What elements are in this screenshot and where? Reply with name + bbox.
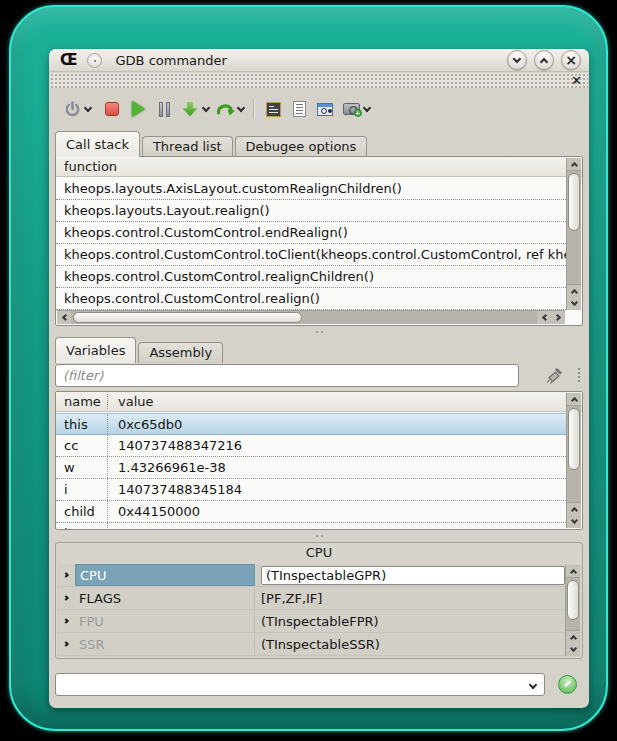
step-over-button[interactable] (215, 99, 235, 119)
command-bar (55, 672, 583, 697)
scroll-up-icon (570, 506, 577, 513)
variables-vscroll-thumb[interactable] (568, 408, 580, 470)
scroll-right-icon (553, 314, 560, 321)
variable-row[interactable]: b 1.43266961e-38 (56, 523, 566, 529)
expand-chevron-icon (63, 641, 69, 647)
scroll-down-icon (570, 517, 577, 524)
expand-chevron-icon (63, 595, 69, 601)
cpu-row[interactable]: FLAGS [PF,ZF,IF] (57, 587, 581, 610)
step-over-dropdown-icon[interactable] (237, 103, 245, 111)
close-icon: × (565, 53, 577, 67)
options-round-button[interactable] (87, 53, 102, 68)
variables-table: name value this 0xc65db0 cc 140737488347… (55, 391, 583, 530)
clear-filter-button[interactable] (543, 365, 565, 387)
variable-row[interactable]: i 140737488345184 (56, 479, 566, 501)
cpu-row[interactable]: FPU (TInspectableFPR) (57, 610, 581, 633)
cpu-tree: CPU (TInspectableGPR) FLAGS [PF,ZF,IF] F (57, 564, 581, 657)
variables-tabs: Variables Assembly (55, 337, 583, 363)
dock-close-icon[interactable]: ✕ (571, 73, 582, 88)
variable-row[interactable]: this 0xc65db0 (56, 413, 566, 435)
pause-button[interactable] (154, 99, 174, 119)
callstack-row[interactable]: kheops.control.CustomControl.realignChil… (56, 266, 566, 288)
splitter-callstack-variables[interactable] (55, 327, 583, 337)
step-over-icon (216, 101, 235, 117)
check-icon (564, 679, 571, 686)
callstack-vscrollbar[interactable] (566, 158, 581, 310)
output-doc-button[interactable] (289, 99, 309, 119)
scroll-down-icon (570, 299, 577, 306)
cpu-vscroll-thumb[interactable] (567, 580, 579, 620)
variables-vscrollbar[interactable] (566, 393, 581, 528)
power-dropdown-icon[interactable] (84, 103, 92, 111)
cpu-rows: CPU (TInspectableGPR) FLAGS [PF,ZF,IF] F (57, 564, 581, 656)
callstack-row[interactable]: kheops.layouts.AxisLayout.customRealignC… (56, 178, 566, 200)
scroll-down-icon (569, 645, 576, 652)
callstack-hscrollbar[interactable] (57, 310, 565, 324)
variable-row[interactable]: child 0x44150000 (56, 501, 566, 523)
step-into-dropdown-icon[interactable] (202, 103, 210, 111)
window-frame: Œ GDB commander × ✕ (9, 5, 608, 731)
snapshot-dropdown-icon[interactable] (363, 103, 371, 111)
power-icon (64, 101, 81, 118)
run-button[interactable] (128, 99, 148, 119)
stop-button[interactable] (102, 99, 122, 119)
gdb-command-combobox[interactable] (55, 673, 545, 696)
cpu-vscrollbar[interactable] (565, 565, 580, 656)
expand-chevron-icon (63, 572, 69, 578)
scroll-up-icon (570, 161, 577, 168)
unshade-button[interactable] (534, 50, 554, 70)
tab-thread-list[interactable]: Thread list (142, 136, 233, 157)
shade-button[interactable] (507, 50, 527, 70)
dock-handle[interactable]: ✕ (50, 73, 588, 88)
combo-dropdown-icon[interactable] (529, 681, 537, 689)
close-button[interactable]: × (561, 50, 581, 70)
scroll-up-icon (570, 396, 577, 403)
scroll-up-icon (569, 634, 576, 641)
chevron-up-icon (540, 57, 548, 65)
document-icon (293, 101, 306, 117)
callstack-column-header[interactable]: function (56, 157, 582, 177)
callstack-row[interactable]: kheops.control.CustomControl.endRealign(… (56, 222, 566, 244)
send-command-button[interactable] (558, 675, 577, 694)
tab-debugee-options[interactable]: Debugee options (235, 136, 368, 157)
run-icon (132, 101, 145, 117)
cpu-title: CPU (56, 543, 582, 563)
step-into-icon (183, 102, 198, 117)
memory-view-button[interactable] (263, 99, 283, 119)
callstack-list: function kheops.layouts.AxisLayout.custo… (55, 156, 583, 326)
callstack-hscroll-thumb[interactable] (73, 312, 302, 323)
callstack-row[interactable]: kheops.control.CustomControl.toClient(kh… (56, 244, 566, 266)
titlebar[interactable]: Œ GDB commander × (49, 49, 589, 72)
step-into-button[interactable] (180, 99, 200, 119)
callstack-row[interactable]: kheops.layouts.Layout.realign() (56, 200, 566, 222)
watch-window-button[interactable] (315, 99, 335, 119)
variable-row[interactable]: w 1.43266961e-38 (56, 457, 566, 479)
scroll-left-icon (541, 314, 548, 321)
debug-toolbar (49, 93, 589, 125)
scroll-up-icon (569, 568, 576, 575)
variables-filter-row (55, 363, 583, 388)
variables-header[interactable]: name value (56, 392, 582, 412)
watch-window-icon (317, 103, 333, 116)
callstack-tabs: Call stack Thread list Debugee options (55, 131, 583, 157)
tab-assembly[interactable]: Assembly (138, 342, 223, 363)
expand-chevron-icon (63, 618, 69, 624)
variable-row[interactable]: cc 140737488347216 (56, 435, 566, 457)
splitter-variables-cpu[interactable] (55, 531, 583, 541)
power-button[interactable] (62, 99, 82, 119)
gdb-command-input[interactable] (60, 675, 520, 694)
cpu-row[interactable]: CPU (TInspectableGPR) (57, 564, 581, 587)
gdb-commander-window: Œ GDB commander × ✕ (49, 49, 589, 708)
snapshot-button[interactable] (341, 99, 361, 119)
chevron-down-icon (513, 55, 521, 63)
callstack-vscroll-thumb[interactable] (568, 173, 580, 231)
scroll-up-icon (570, 288, 577, 295)
tab-call-stack[interactable]: Call stack (55, 131, 140, 157)
tab-variables[interactable]: Variables (55, 337, 136, 363)
stop-icon (105, 102, 119, 116)
cpu-row[interactable]: SSR (TInspectableSSR) (57, 633, 581, 656)
variables-rows: this 0xc65db0 cc 140737488347216 w 1.432… (56, 413, 566, 529)
callstack-row[interactable]: kheops.control.CustomControl.realign() (56, 288, 566, 310)
filter-input[interactable] (55, 364, 519, 387)
cpu-groupbox: CPU CPU (TInspectableGPR) FLAGS (55, 542, 583, 659)
